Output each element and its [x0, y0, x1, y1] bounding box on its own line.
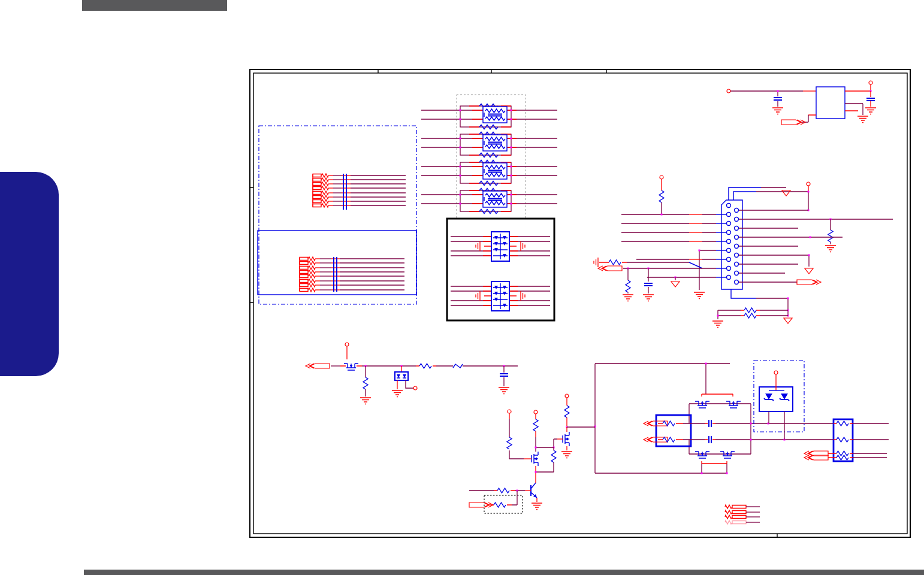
h-bridge-circuit: [594, 363, 834, 474]
io-connector: [594, 175, 893, 328]
sheet-border: [250, 69, 910, 537]
ribbon-connector-lower: [258, 231, 416, 295]
schematic-sheet: [0, 0, 924, 575]
ribbon-connector-upper: [259, 126, 416, 304]
esd-protection-box: [447, 219, 554, 320]
termination-resistor-pack: [804, 419, 889, 461]
regulator-circuit: [727, 81, 876, 125]
transistor-driver-cluster: [469, 394, 595, 513]
tvs-diode-pair: [754, 361, 804, 440]
aux-connector-4pin: [725, 505, 760, 524]
filter-network-area: [421, 95, 557, 219]
power-rail-filter: [306, 343, 518, 404]
